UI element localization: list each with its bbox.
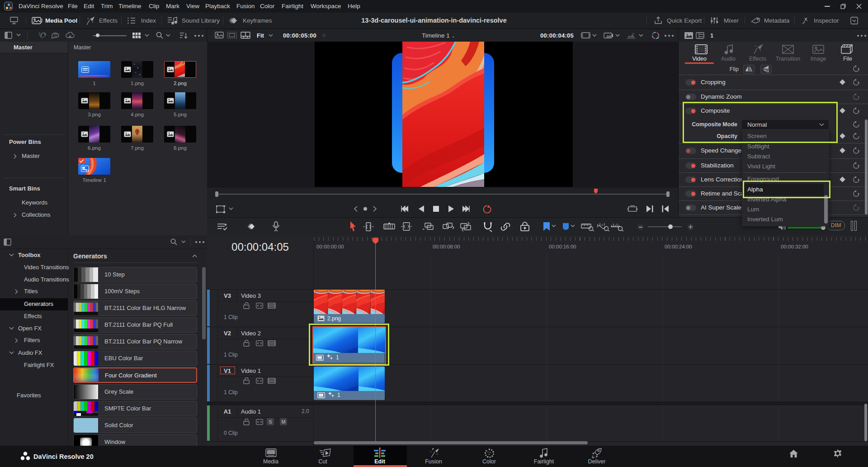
svg-text:HQ: HQ bbox=[607, 35, 610, 38]
